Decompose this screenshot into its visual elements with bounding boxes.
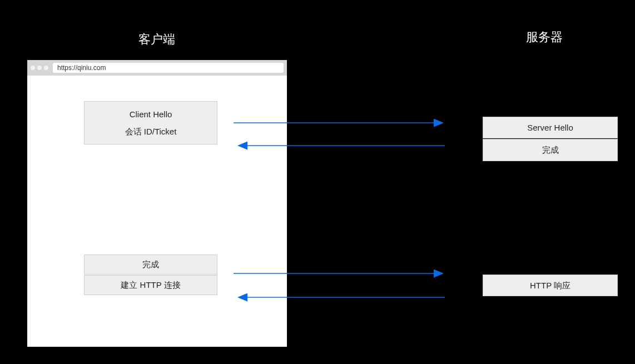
- browser-url-bar: https://qiniu.com: [53, 63, 284, 73]
- client-finished-box: 完成: [84, 255, 217, 275]
- client-hello-line2: 会话 ID/Ticket: [85, 127, 217, 137]
- client-http-connect-box: 建立 HTTP 连接: [84, 275, 217, 295]
- server-finished-box: 完成: [483, 139, 618, 161]
- server-http-response-box: HTTP 响应: [483, 275, 618, 296]
- client-label: 客户端: [138, 31, 175, 48]
- window-controls: [31, 66, 48, 70]
- server-hello-box: Server Hello: [483, 117, 618, 138]
- server-label: 服务器: [526, 29, 563, 46]
- client-hello-box: Client Hello 会话 ID/Ticket: [84, 101, 217, 144]
- window-dot-max: [44, 66, 48, 70]
- window-dot-close: [31, 66, 35, 70]
- window-dot-min: [37, 66, 42, 70]
- browser-titlebar: https://qiniu.com: [27, 60, 287, 76]
- client-hello-line1: Client Hello: [85, 109, 217, 119]
